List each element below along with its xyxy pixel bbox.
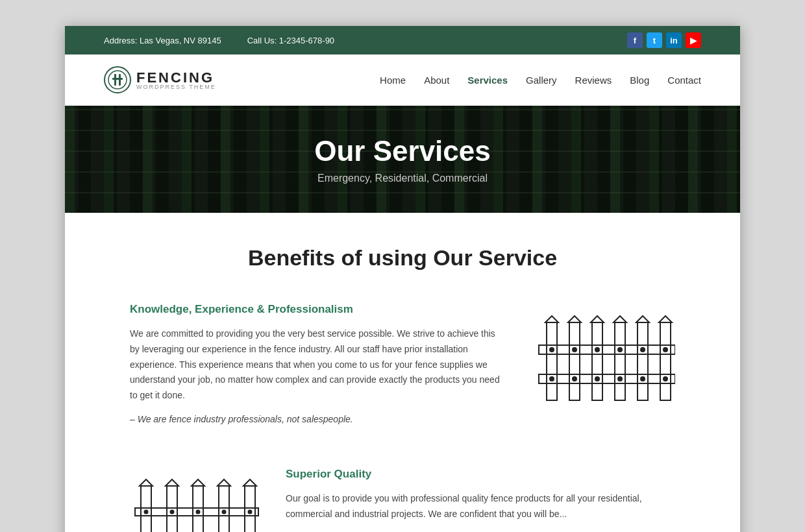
- svg-point-46: [222, 510, 227, 514]
- nav-contact[interactable]: Contact: [667, 75, 701, 86]
- svg-point-43: [144, 510, 149, 514]
- benefit-row-2: Superior Quality Our goal is to provide …: [130, 468, 675, 532]
- logo-icon: [104, 66, 131, 93]
- nav-blog[interactable]: Blog: [630, 75, 649, 86]
- svg-point-47: [248, 510, 253, 514]
- main-content: Benefits of using Our Service Knowledge,…: [65, 213, 740, 532]
- svg-point-26: [572, 376, 577, 381]
- address-label: Address: Las Vegas, NV 89145: [104, 36, 221, 45]
- benefit-2-body: Our goal is to provide you with professi…: [286, 491, 675, 522]
- nav-services[interactable]: Services: [467, 75, 508, 86]
- svg-rect-6: [547, 322, 557, 400]
- svg-point-30: [663, 376, 668, 381]
- hero-title: Our Services: [314, 135, 491, 167]
- section-title: Benefits of using Our Service: [130, 245, 675, 271]
- svg-rect-40: [245, 486, 255, 532]
- svg-rect-12: [615, 322, 625, 400]
- svg-rect-4: [112, 78, 123, 80]
- svg-rect-10: [592, 322, 602, 400]
- svg-rect-8: [569, 322, 580, 400]
- svg-rect-17: [539, 345, 675, 354]
- nav: Home About Services Gallery Reviews Blog…: [380, 75, 701, 86]
- twitter-icon[interactable]: t: [647, 32, 662, 48]
- phone-label: Call Us: 1-2345-678-90: [247, 36, 334, 45]
- svg-rect-18: [539, 374, 675, 383]
- logo: FENCING WORDPRESS THEME: [104, 66, 216, 93]
- svg-rect-32: [141, 486, 151, 532]
- benefit-2-text: Superior Quality Our goal is to provide …: [286, 468, 675, 522]
- svg-point-29: [640, 376, 645, 381]
- svg-point-27: [595, 376, 600, 381]
- benefit-1-heading: Knowledge, Experience & Professionalism: [130, 303, 506, 316]
- svg-marker-5: [545, 316, 558, 322]
- benefit-1-quote: – We are fence industry professionals, n…: [130, 414, 506, 424]
- svg-point-22: [617, 347, 623, 352]
- svg-marker-13: [636, 316, 649, 322]
- svg-point-44: [170, 510, 175, 514]
- nav-about[interactable]: About: [424, 75, 449, 86]
- svg-marker-37: [217, 479, 230, 486]
- svg-marker-11: [613, 316, 626, 322]
- svg-point-19: [549, 347, 554, 352]
- svg-marker-31: [140, 479, 153, 486]
- svg-marker-35: [192, 479, 204, 486]
- facebook-icon[interactable]: f: [627, 32, 643, 48]
- svg-point-45: [196, 510, 201, 514]
- svg-marker-33: [166, 479, 179, 486]
- benefit-2-heading: Superior Quality: [286, 468, 675, 481]
- svg-rect-38: [219, 486, 229, 532]
- nav-gallery[interactable]: Gallery: [526, 75, 557, 86]
- svg-marker-15: [659, 316, 672, 322]
- svg-point-25: [549, 376, 554, 381]
- hero-section: Our Services Emergency, Residential, Com…: [65, 106, 740, 213]
- youtube-icon[interactable]: ▶: [686, 32, 701, 48]
- svg-rect-16: [660, 322, 671, 400]
- header: FENCING WORDPRESS THEME Home About Servi…: [65, 54, 740, 106]
- nav-reviews[interactable]: Reviews: [575, 75, 612, 86]
- browser-window: Address: Las Vegas, NV 89145 Call Us: 1-…: [65, 26, 740, 532]
- svg-point-21: [595, 347, 600, 352]
- svg-marker-9: [591, 316, 604, 322]
- benefit-1-body: We are committed to providing you the ve…: [130, 326, 506, 404]
- benefit-row-1: Knowledge, Experience & Professionalism …: [130, 303, 675, 435]
- top-bar: Address: Las Vegas, NV 89145 Call Us: 1-…: [65, 26, 740, 54]
- svg-point-20: [572, 347, 577, 352]
- top-bar-left: Address: Las Vegas, NV 89145 Call Us: 1-…: [104, 36, 334, 45]
- logo-sub: WORDPRESS THEME: [136, 84, 216, 90]
- svg-point-23: [640, 347, 645, 352]
- benefit-1-text: Knowledge, Experience & Professionalism …: [130, 303, 506, 424]
- linkedin-icon[interactable]: in: [666, 32, 682, 48]
- svg-rect-14: [638, 322, 648, 400]
- svg-marker-7: [568, 316, 581, 322]
- svg-point-24: [663, 347, 668, 352]
- hero-subtitle: Emergency, Residential, Commercial: [317, 173, 488, 184]
- social-icons: f t in ▶: [627, 32, 701, 48]
- fence-illustration-1: [532, 303, 675, 435]
- logo-text-block: FENCING WORDPRESS THEME: [136, 69, 216, 90]
- fence-illustration-2: [130, 468, 260, 532]
- nav-home[interactable]: Home: [380, 75, 406, 86]
- svg-marker-39: [243, 479, 256, 486]
- svg-rect-34: [167, 486, 177, 532]
- svg-point-28: [617, 376, 623, 381]
- svg-rect-36: [193, 486, 203, 532]
